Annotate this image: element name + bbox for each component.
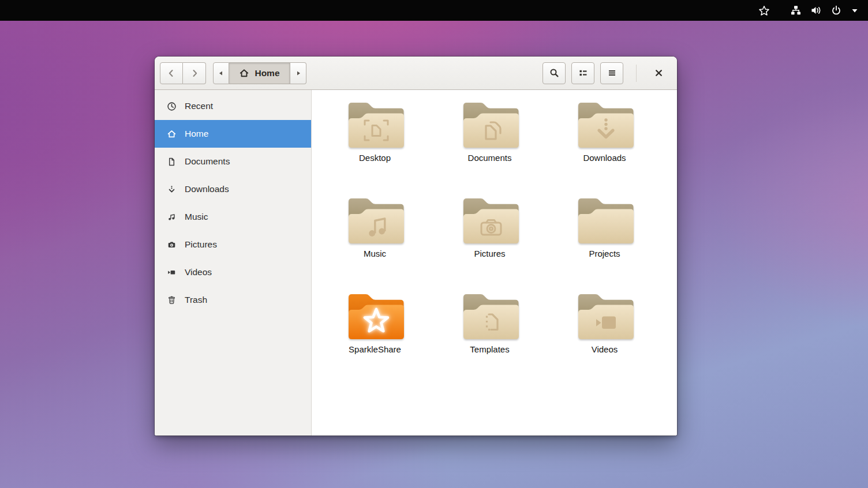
network-icon[interactable] (790, 5, 802, 16)
sidebar-item-label: Home (185, 129, 208, 139)
file-label: Desktop (359, 153, 391, 163)
favorites-star-icon[interactable] (758, 5, 770, 16)
hamburger-icon (607, 68, 617, 78)
path-previous-button[interactable] (213, 62, 229, 84)
sidebar-item-trash[interactable]: Trash (155, 286, 311, 314)
file-grid: Desktop Documents Downloads Music (312, 90, 677, 436)
file-item-desktop[interactable]: Desktop (317, 98, 432, 194)
folder-desktop-icon (345, 98, 405, 151)
file-label: Videos (592, 344, 618, 354)
chevron-right-icon (193, 70, 196, 76)
sidebar-item-label: Videos (185, 267, 212, 277)
sidebar-item-label: Recent (185, 101, 213, 111)
back-button[interactable] (160, 62, 183, 84)
sidebar-item-downloads[interactable]: Downloads (155, 175, 311, 203)
file-item-templates[interactable]: Templates (432, 290, 547, 385)
folder-videos-icon (575, 290, 635, 343)
file-label: Downloads (583, 153, 626, 163)
sidebar-item-videos[interactable]: Videos (155, 258, 311, 286)
home-icon (239, 68, 249, 78)
top-bar (0, 0, 868, 21)
menu-button[interactable] (600, 62, 623, 84)
sidebar-item-documents[interactable]: Documents (155, 148, 311, 175)
sidebar-item-pictures[interactable]: Pictures (155, 231, 311, 258)
file-item-documents[interactable]: Documents (432, 98, 547, 194)
sidebar-item-label: Downloads (185, 184, 229, 194)
sidebar-item-music[interactable]: Music (155, 203, 311, 231)
file-label: Pictures (474, 249, 505, 258)
search-icon (549, 68, 559, 78)
home-icon (167, 129, 177, 139)
sidebar-item-label: Pictures (185, 239, 217, 250)
sidebar-item-label: Documents (185, 156, 230, 167)
chevron-left-icon (170, 70, 173, 76)
path-home-button[interactable]: Home (229, 62, 290, 84)
file-label: Projects (589, 249, 620, 258)
triangle-right-icon (297, 71, 300, 75)
video-camera-icon (167, 268, 177, 277)
path-next-button[interactable] (290, 62, 306, 84)
sidebar: Recent Home Documents Downloads Music Pi… (155, 90, 312, 436)
file-label: SparkleShare (349, 344, 401, 354)
folder-downloads-icon (575, 98, 635, 151)
download-icon (167, 185, 177, 194)
folder-projects-icon (575, 194, 635, 247)
file-item-videos[interactable]: Videos (547, 290, 662, 385)
history-buttons (160, 62, 206, 84)
folder-templates-icon (460, 290, 520, 343)
file-item-pictures[interactable]: Pictures (432, 194, 547, 290)
file-label: Music (364, 249, 386, 258)
list-view-icon (578, 68, 588, 78)
path-bar: Home (213, 62, 306, 84)
music-note-icon (167, 212, 177, 222)
sidebar-item-home[interactable]: Home (155, 120, 311, 148)
view-toggle-button[interactable] (571, 62, 594, 84)
trash-icon (167, 295, 177, 305)
file-label: Templates (470, 344, 509, 354)
sidebar-item-label: Trash (185, 295, 207, 305)
window-body: Recent Home Documents Downloads Music Pi… (155, 90, 677, 436)
folder-documents-icon (460, 98, 520, 151)
header-actions (542, 62, 668, 84)
camera-icon (167, 240, 177, 250)
search-button[interactable] (542, 62, 566, 84)
file-item-music[interactable]: Music (317, 194, 432, 290)
chevron-down-icon[interactable] (851, 5, 859, 16)
close-icon (654, 69, 663, 77)
file-item-sparkleshare[interactable]: SparkleShare (317, 290, 432, 385)
folder-music-icon (345, 194, 405, 247)
file-label: Documents (468, 153, 512, 163)
triangle-left-icon (219, 71, 222, 75)
file-manager-window: Home Recent Home Docu (155, 57, 677, 436)
power-icon[interactable] (830, 5, 842, 16)
file-item-downloads[interactable]: Downloads (547, 98, 662, 194)
document-icon (167, 157, 177, 167)
clock-icon (167, 102, 177, 111)
header-separator (636, 65, 637, 82)
folder-sparkleshare-icon (345, 290, 405, 343)
sidebar-item-label: Music (185, 212, 208, 222)
header-bar: Home (155, 57, 677, 90)
volume-icon[interactable] (810, 5, 822, 16)
path-current-label: Home (255, 68, 279, 78)
file-item-projects[interactable]: Projects (547, 194, 662, 290)
forward-button[interactable] (183, 62, 206, 84)
folder-pictures-icon (460, 194, 520, 247)
sidebar-item-recent[interactable]: Recent (155, 92, 311, 120)
close-button[interactable] (649, 64, 668, 82)
